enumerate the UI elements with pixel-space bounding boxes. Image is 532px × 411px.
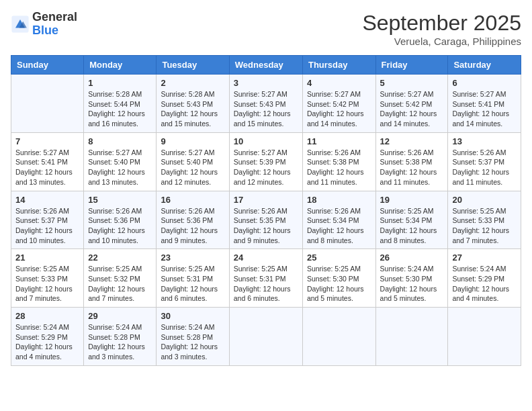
page-header: General Blue September 2025 Veruela, Car… [11, 11, 521, 47]
day-info: Sunrise: 5:26 AMSunset: 5:36 PMDaylight:… [88, 206, 152, 246]
day-info: Sunrise: 5:26 AMSunset: 5:36 PMDaylight:… [161, 206, 224, 246]
day-number: 16 [161, 195, 224, 205]
logo-icon [11, 15, 30, 34]
calendar-cell: 2Sunrise: 5:28 AMSunset: 5:43 PMDaylight… [157, 75, 229, 133]
calendar-cell [448, 308, 521, 366]
day-number: 4 [307, 78, 371, 88]
calendar-cell: 13Sunrise: 5:26 AMSunset: 5:37 PMDayligh… [448, 132, 521, 191]
month-title: September 2025 [362, 11, 521, 36]
weekday-header-friday: Friday [375, 56, 448, 75]
day-number: 9 [161, 136, 224, 146]
week-row-4: 21Sunrise: 5:25 AMSunset: 5:33 PMDayligh… [11, 249, 521, 308]
day-info: Sunrise: 5:27 AMSunset: 5:39 PMDaylight:… [234, 148, 298, 187]
day-info: Sunrise: 5:24 AMSunset: 5:28 PMDaylight:… [161, 322, 224, 362]
weekday-header-tuesday: Tuesday [157, 56, 229, 75]
week-row-5: 28Sunrise: 5:24 AMSunset: 5:29 PMDayligh… [11, 308, 521, 366]
day-info: Sunrise: 5:27 AMSunset: 5:42 PMDaylight:… [380, 89, 444, 129]
day-number: 17 [234, 195, 298, 205]
day-number: 26 [380, 253, 444, 263]
calendar-cell: 26Sunrise: 5:24 AMSunset: 5:30 PMDayligh… [375, 249, 448, 308]
calendar-cell: 29Sunrise: 5:24 AMSunset: 5:28 PMDayligh… [84, 308, 157, 366]
day-number: 28 [15, 311, 79, 321]
day-number: 6 [452, 78, 517, 88]
day-number: 1 [88, 78, 152, 88]
day-number: 15 [88, 195, 152, 205]
day-number: 19 [380, 195, 444, 205]
weekday-header-sunday: Sunday [11, 56, 84, 75]
calendar-cell: 30Sunrise: 5:24 AMSunset: 5:28 PMDayligh… [157, 308, 229, 366]
calendar-cell: 4Sunrise: 5:27 AMSunset: 5:42 PMDaylight… [302, 75, 375, 133]
calendar-cell: 23Sunrise: 5:25 AMSunset: 5:31 PMDayligh… [157, 249, 229, 308]
day-number: 10 [234, 136, 298, 146]
calendar-cell: 15Sunrise: 5:26 AMSunset: 5:36 PMDayligh… [84, 191, 157, 249]
day-number: 11 [307, 136, 371, 146]
calendar-cell [302, 308, 375, 366]
day-number: 5 [380, 78, 444, 88]
weekday-header-row: SundayMondayTuesdayWednesdayThursdayFrid… [11, 56, 521, 75]
day-number: 2 [161, 78, 224, 88]
day-info: Sunrise: 5:27 AMSunset: 5:41 PMDaylight:… [15, 148, 79, 187]
day-info: Sunrise: 5:26 AMSunset: 5:38 PMDaylight:… [307, 148, 371, 187]
calendar-cell: 14Sunrise: 5:26 AMSunset: 5:37 PMDayligh… [11, 191, 84, 249]
day-number: 25 [307, 253, 371, 263]
calendar-cell: 21Sunrise: 5:25 AMSunset: 5:33 PMDayligh… [11, 249, 84, 308]
calendar-cell: 18Sunrise: 5:26 AMSunset: 5:34 PMDayligh… [302, 191, 375, 249]
calendar-cell: 24Sunrise: 5:25 AMSunset: 5:31 PMDayligh… [229, 249, 302, 308]
calendar-cell: 1Sunrise: 5:28 AMSunset: 5:44 PMDaylight… [84, 75, 157, 133]
weekday-header-wednesday: Wednesday [229, 56, 302, 75]
calendar-cell: 12Sunrise: 5:26 AMSunset: 5:38 PMDayligh… [375, 132, 448, 191]
day-info: Sunrise: 5:25 AMSunset: 5:31 PMDaylight:… [161, 264, 224, 304]
day-number: 8 [88, 136, 152, 146]
day-info: Sunrise: 5:26 AMSunset: 5:35 PMDaylight:… [234, 206, 298, 246]
calendar-cell: 25Sunrise: 5:25 AMSunset: 5:30 PMDayligh… [302, 249, 375, 308]
title-block: September 2025 Veruela, Caraga, Philippi… [362, 11, 521, 47]
day-number: 23 [161, 253, 224, 263]
calendar-cell: 22Sunrise: 5:25 AMSunset: 5:32 PMDayligh… [84, 249, 157, 308]
week-row-2: 7Sunrise: 5:27 AMSunset: 5:41 PMDaylight… [11, 132, 521, 191]
calendar-cell [375, 308, 448, 366]
calendar-table: SundayMondayTuesdayWednesdayThursdayFrid… [11, 55, 521, 366]
calendar-cell: 28Sunrise: 5:24 AMSunset: 5:29 PMDayligh… [11, 308, 84, 366]
calendar-cell: 8Sunrise: 5:27 AMSunset: 5:40 PMDaylight… [84, 132, 157, 191]
calendar-cell: 10Sunrise: 5:27 AMSunset: 5:39 PMDayligh… [229, 132, 302, 191]
day-info: Sunrise: 5:25 AMSunset: 5:33 PMDaylight:… [15, 264, 79, 304]
location: Veruela, Caraga, Philippines [362, 36, 521, 47]
calendar-cell: 27Sunrise: 5:24 AMSunset: 5:29 PMDayligh… [448, 249, 521, 308]
day-number: 3 [234, 78, 298, 88]
day-info: Sunrise: 5:24 AMSunset: 5:29 PMDaylight:… [452, 264, 517, 304]
calendar-cell: 5Sunrise: 5:27 AMSunset: 5:42 PMDaylight… [375, 75, 448, 133]
weekday-header-thursday: Thursday [302, 56, 375, 75]
calendar-cell: 19Sunrise: 5:25 AMSunset: 5:34 PMDayligh… [375, 191, 448, 249]
calendar-cell: 9Sunrise: 5:27 AMSunset: 5:40 PMDaylight… [157, 132, 229, 191]
calendar-cell: 7Sunrise: 5:27 AMSunset: 5:41 PMDaylight… [11, 132, 84, 191]
day-number: 12 [380, 136, 444, 146]
weekday-header-monday: Monday [84, 56, 157, 75]
day-info: Sunrise: 5:25 AMSunset: 5:31 PMDaylight:… [234, 264, 298, 304]
day-number: 21 [15, 253, 79, 263]
day-info: Sunrise: 5:25 AMSunset: 5:33 PMDaylight:… [452, 206, 517, 246]
day-number: 22 [88, 253, 152, 263]
day-info: Sunrise: 5:24 AMSunset: 5:29 PMDaylight:… [15, 322, 79, 362]
day-number: 18 [307, 195, 371, 205]
calendar-cell: 17Sunrise: 5:26 AMSunset: 5:35 PMDayligh… [229, 191, 302, 249]
day-info: Sunrise: 5:25 AMSunset: 5:30 PMDaylight:… [307, 264, 371, 304]
day-info: Sunrise: 5:27 AMSunset: 5:41 PMDaylight:… [452, 89, 517, 129]
day-info: Sunrise: 5:28 AMSunset: 5:44 PMDaylight:… [88, 89, 152, 129]
day-info: Sunrise: 5:27 AMSunset: 5:42 PMDaylight:… [307, 89, 371, 129]
day-info: Sunrise: 5:27 AMSunset: 5:40 PMDaylight:… [88, 148, 152, 187]
day-number: 29 [88, 311, 152, 321]
day-info: Sunrise: 5:27 AMSunset: 5:40 PMDaylight:… [161, 148, 224, 187]
calendar-cell: 11Sunrise: 5:26 AMSunset: 5:38 PMDayligh… [302, 132, 375, 191]
day-info: Sunrise: 5:26 AMSunset: 5:38 PMDaylight:… [380, 148, 444, 187]
day-info: Sunrise: 5:25 AMSunset: 5:32 PMDaylight:… [88, 264, 152, 304]
day-info: Sunrise: 5:24 AMSunset: 5:28 PMDaylight:… [88, 322, 152, 362]
day-number: 7 [15, 136, 79, 146]
logo: General Blue [11, 11, 77, 38]
calendar-cell [11, 75, 84, 133]
day-number: 27 [452, 253, 517, 263]
day-number: 14 [15, 195, 79, 205]
day-number: 20 [452, 195, 517, 205]
calendar-cell: 3Sunrise: 5:27 AMSunset: 5:43 PMDaylight… [229, 75, 302, 133]
week-row-1: 1Sunrise: 5:28 AMSunset: 5:44 PMDaylight… [11, 75, 521, 133]
calendar-cell: 16Sunrise: 5:26 AMSunset: 5:36 PMDayligh… [157, 191, 229, 249]
